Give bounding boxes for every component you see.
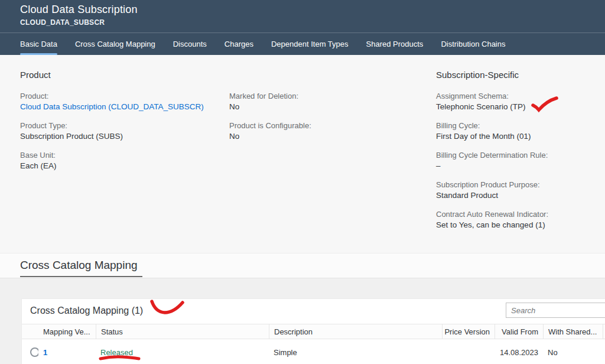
column-header-with-shared[interactable]: With Shared... (543, 324, 603, 339)
field-label: Marked for Deletion: (229, 91, 424, 102)
field-marked-for-deletion: Marked for Deletion: No (229, 91, 424, 112)
field-product-type: Product Type: Subscription Product (SUBS… (20, 121, 215, 142)
subscription-column: Assignment Schema: Telephonic Scenario (… (436, 91, 605, 239)
column-header-valid-from[interactable]: Valid From (495, 324, 543, 339)
field-value: Each (EA) (20, 161, 215, 171)
tab-shared-products[interactable]: Shared Products (366, 33, 424, 55)
field-value: Set to Yes, can be changed (1) (436, 220, 605, 230)
field-label: Product is Configurable: (229, 121, 424, 131)
field-value: Subscription Product (SUBS) (20, 131, 215, 142)
field-label: Assignment Schema: (436, 91, 605, 102)
field-label: Billing Cycle Determination Rule: (436, 150, 605, 161)
table-row[interactable]: 1 Released Simple 14.08.2023 No (22, 339, 605, 364)
cell-valid-from: 14.08.2023 (495, 348, 543, 357)
product-column-1: Product: Cloud Data Subscription (CLOUD_… (20, 91, 215, 180)
cross-catalog-mapping-section-title: Cross Catalog Mapping (20, 259, 138, 272)
field-contract-auto-renewal-indicator: Contract Auto Renewal Indicator: Set to … (436, 209, 605, 230)
field-label: Subscription Product Purpose: (436, 180, 605, 190)
field-label: Base Unit: (20, 150, 215, 161)
field-label: Product: (20, 91, 215, 102)
field-label: Product Type: (20, 121, 215, 131)
row-radio-button[interactable] (30, 347, 38, 357)
tab-basic-data[interactable]: Basic Data (20, 33, 57, 55)
tab-dependent-item-types[interactable]: Dependent Item Types (271, 33, 349, 55)
field-value: – (436, 161, 605, 171)
product-link[interactable]: Cloud Data Subscription (CLOUD_DATA_SUBS… (20, 102, 215, 112)
field-billing-cycle: Billing Cycle: First Day of the Month (0… (436, 121, 605, 142)
section-title-underline (20, 276, 142, 277)
column-header-mapping-version[interactable]: Mapping Ve... (38, 327, 96, 336)
search-input[interactable] (506, 303, 605, 318)
anchor-tab-bar: Basic Data Cross Catalog Mapping Discoun… (0, 32, 605, 55)
subscription-specific-title: Subscription-Specific (436, 70, 519, 80)
app-window: Cloud Data Subscription CLOUD_DATA_SUBSC… (0, 0, 605, 364)
field-value: No (229, 131, 424, 142)
page-title: Cloud Data Subscription (20, 4, 138, 16)
field-subscription-product-purpose: Subscription Product Purpose: Standard P… (436, 180, 605, 201)
field-value: No (229, 102, 424, 112)
object-page-header: Cloud Data Subscription CLOUD_DATA_SUBSC… (0, 0, 605, 32)
field-product-is-configurable: Product is Configurable: No (229, 121, 424, 142)
column-header-status[interactable]: Status (96, 324, 269, 339)
tab-distribution-chains[interactable]: Distribution Chains (441, 33, 505, 55)
column-header-filler (603, 324, 605, 339)
field-value: Standard Product (436, 190, 605, 201)
table-header-row: Mapping Ve... Status Description Price V… (22, 324, 605, 339)
column-header-description[interactable]: Description (269, 324, 442, 339)
cell-mapping-version-link[interactable]: 1 (38, 348, 96, 357)
table-toolbar: Cross Catalog Mapping (1) (22, 299, 605, 324)
cell-status: Released (96, 348, 269, 357)
column-header-price-version[interactable]: Price Version (442, 324, 495, 339)
product-column-2: Marked for Deletion: No Product is Confi… (229, 91, 424, 150)
field-billing-cycle-determination-rule: Billing Cycle Determination Rule: – (436, 150, 605, 171)
field-assignment-schema: Assignment Schema: Telephonic Scenario (… (436, 91, 605, 112)
field-product: Product: Cloud Data Subscription (CLOUD_… (20, 91, 215, 112)
row-select-cell (22, 347, 38, 357)
field-label: Billing Cycle: (436, 121, 605, 131)
tab-cross-catalog-mapping[interactable]: Cross Catalog Mapping (75, 33, 155, 55)
page-subtitle: CLOUD_DATA_SUBSCR (20, 18, 105, 27)
product-section-title: Product (20, 70, 51, 80)
table-title: Cross Catalog Mapping (1) (30, 306, 143, 316)
cell-with-shared: No (543, 348, 603, 357)
tab-charges[interactable]: Charges (225, 33, 253, 55)
field-value: Telephonic Scenario (TP) (436, 102, 605, 112)
cell-description: Simple (269, 348, 442, 357)
field-label: Contract Auto Renewal Indicator: (436, 209, 605, 220)
cross-catalog-mapping-panel: Cross Catalog Mapping (1) Mapping Ve... … (21, 298, 605, 364)
tab-discounts[interactable]: Discounts (173, 33, 207, 55)
field-base-unit: Base Unit: Each (EA) (20, 150, 215, 171)
field-value: First Day of the Month (01) (436, 131, 605, 142)
